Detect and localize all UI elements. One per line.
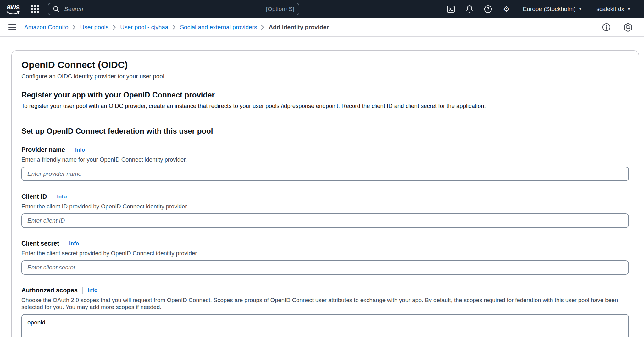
client-id-info-link[interactable]: Info — [57, 194, 67, 200]
account-menu[interactable]: scalekit dx ▼ — [589, 0, 638, 18]
info-panel-button[interactable] — [599, 23, 614, 31]
question-circle-icon — [484, 5, 492, 13]
region-selector[interactable]: Europe (Stockholm) ▼ — [516, 0, 589, 18]
breadcrumb-tools-separator — [617, 22, 617, 33]
account-label: scalekit dx — [596, 6, 624, 13]
authorized-scopes-description: Choose the OAuth 2.0 scopes that you wil… — [21, 297, 629, 311]
client-secret-info-link[interactable]: Info — [69, 240, 79, 247]
page-title: OpenID Connect (OIDC) — [21, 59, 629, 70]
authorized-scopes-label: Authorized scopes — [21, 287, 78, 294]
aws-logo-text: aws — [7, 3, 19, 11]
breadcrumb-link-user-pools[interactable]: User pools — [80, 24, 108, 31]
authorized-scopes-textarea[interactable]: openid — [21, 314, 629, 337]
breadcrumb-chevron-icon — [172, 25, 176, 30]
oidc-provider-card: OpenID Connect (OIDC) Configure an OIDC … — [11, 50, 639, 337]
search-input[interactable] — [64, 5, 262, 13]
search-shortcut-hint: [Option+S] — [266, 6, 294, 13]
notifications-button[interactable] — [460, 0, 479, 18]
breadcrumb-chevron-icon — [261, 25, 264, 30]
breadcrumb-link-cognito[interactable]: Amazon Cognito — [24, 24, 68, 31]
chevron-down-icon: ▼ — [579, 7, 582, 11]
provider-name-input[interactable] — [21, 167, 629, 181]
label-divider — [64, 240, 64, 247]
provider-name-label: Provider name — [21, 146, 65, 153]
breadcrumb-current: Add identity provider — [269, 24, 329, 31]
client-secret-input[interactable] — [21, 260, 629, 275]
search-icon — [53, 6, 60, 13]
breadcrumb-link-user-pool-cjyhaa[interactable]: User pool - cjyhaa — [120, 24, 168, 31]
breadcrumb-chevron-icon — [72, 25, 76, 30]
help-button[interactable] — [479, 0, 497, 18]
topbar-divider — [25, 4, 25, 14]
breadcrumb-chevron-icon — [113, 25, 116, 30]
cloudshell-terminal-icon — [447, 5, 455, 13]
breadcrumb: Amazon Cognito User pools User pool - cj… — [24, 24, 329, 31]
label-divider — [52, 194, 52, 200]
region-label: Europe (Stockholm) — [523, 6, 576, 13]
client-secret-description: Enter the client secret provided by Open… — [21, 250, 629, 257]
side-nav-toggle[interactable] — [8, 24, 16, 30]
client-id-input[interactable] — [21, 213, 629, 228]
gear-icon: ⚙ — [503, 5, 510, 13]
client-secret-field: Client secret Info Enter the client secr… — [21, 240, 629, 275]
settings-button[interactable]: ⚙ — [497, 0, 516, 18]
topbar-right-group: ⚙ Europe (Stockholm) ▼ scalekit dx ▼ — [442, 0, 638, 18]
label-divider — [82, 287, 83, 294]
aws-logo[interactable]: aws — [6, 3, 20, 15]
label-divider — [70, 147, 70, 153]
setup-federation-heading: Set up OpenID Connect federation with th… — [21, 127, 629, 135]
page-subtitle: Configure an OIDC identity provider for … — [21, 73, 629, 80]
provider-name-field: Provider name Info Enter a friendly name… — [21, 146, 629, 181]
amazon-q-button[interactable] — [620, 23, 636, 32]
cloudshell-button[interactable] — [442, 0, 460, 18]
global-search[interactable]: [Option+S] — [48, 3, 299, 15]
bell-icon — [466, 5, 473, 13]
breadcrumb-bar: Amazon Cognito User pools User pool - cj… — [0, 18, 644, 37]
aws-smile-icon — [6, 11, 20, 15]
breadcrumb-right-tools — [599, 22, 636, 33]
info-circle-icon — [602, 23, 611, 31]
client-id-description: Enter the client ID provided by OpenID C… — [21, 203, 629, 210]
amazon-q-hexagon-icon — [624, 23, 632, 32]
client-id-field: Client ID Info Enter the client ID provi… — [21, 193, 629, 228]
register-app-description: To register your user pool with an OIDC … — [21, 102, 629, 109]
chevron-down-icon: ▼ — [627, 7, 631, 11]
section-divider — [12, 117, 639, 117]
register-app-heading: Register your app with your OpenID Conne… — [21, 91, 629, 99]
aws-console-header: aws [Option+S] — [0, 0, 644, 18]
services-grid-icon[interactable] — [31, 5, 39, 13]
client-id-label: Client ID — [21, 193, 47, 200]
provider-name-description: Enter a friendly name for your OpenID Co… — [21, 156, 629, 163]
authorized-scopes-field: Authorized scopes Info Choose the OAuth … — [21, 287, 629, 337]
client-secret-label: Client secret — [21, 240, 59, 247]
authorized-scopes-info-link[interactable]: Info — [88, 287, 97, 294]
provider-name-info-link[interactable]: Info — [75, 147, 85, 153]
breadcrumb-link-social-providers[interactable]: Social and external providers — [180, 24, 257, 31]
